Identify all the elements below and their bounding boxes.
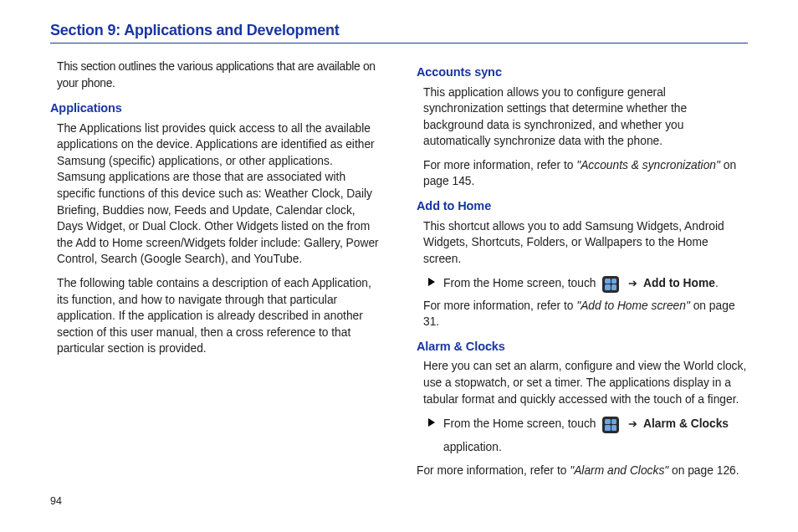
- step-text: From the Home screen, touch ➔ Alarm & Cl…: [443, 415, 748, 456]
- step-line2: application.: [443, 441, 502, 453]
- ref-text: For more information, refer to: [423, 299, 576, 312]
- applications-icon: [602, 276, 619, 293]
- alarm-clocks-reference: For more information, refer to "Alarm an…: [417, 463, 748, 479]
- step-pre: From the Home screen, touch: [443, 417, 599, 430]
- add-to-home-paragraph: This shortcut allows you to add Samsung …: [423, 218, 748, 268]
- two-column-layout: This section outlines the various applic…: [50, 59, 748, 487]
- ref-title: "Add to Home screen": [576, 299, 690, 312]
- heading-add-to-home: Add to Home: [417, 197, 748, 215]
- section-intro: This section outlines the various applic…: [57, 59, 381, 91]
- page-container: Section 9: Applications and Development …: [0, 0, 798, 487]
- left-column: This section outlines the various applic…: [50, 59, 381, 487]
- ref-title: "Alarm and Clocks": [570, 464, 668, 477]
- heading-alarm-clocks: Alarm & Clocks: [417, 338, 748, 356]
- add-to-home-step: From the Home screen, touch ➔ Add to Hom…: [428, 274, 748, 292]
- step-pre: From the Home screen, touch: [443, 277, 599, 289]
- alarm-clocks-step: From the Home screen, touch ➔ Alarm & Cl…: [428, 415, 748, 456]
- applications-paragraph-1: The Applications list provides quick acc…: [57, 120, 381, 268]
- ref-title: "Accounts & syncronization": [576, 159, 720, 171]
- step-text: From the Home screen, touch ➔ Add to Hom…: [443, 274, 748, 292]
- period: .: [715, 277, 719, 289]
- ref-page: on page 126.: [668, 464, 739, 477]
- step-target: Add to Home: [643, 277, 715, 289]
- page-number: 94: [50, 495, 62, 507]
- applications-paragraph-2: The following table contains a descripti…: [57, 275, 381, 357]
- arrow-icon: ➔: [628, 277, 637, 289]
- step-target: Alarm & Clocks: [643, 417, 729, 430]
- triangle-bullet-icon: [428, 418, 435, 427]
- heading-applications: Applications: [50, 100, 381, 117]
- heading-accounts-sync: Accounts sync: [417, 64, 748, 81]
- section-title: Section 9: Applications and Development: [50, 22, 748, 43]
- alarm-clocks-paragraph: Here you can set an alarm, configure and…: [423, 358, 748, 407]
- right-column: Accounts sync This application allows yo…: [417, 59, 748, 487]
- triangle-bullet-icon: [428, 278, 435, 286]
- ref-text: For more information, refer to: [417, 464, 570, 477]
- applications-icon: [602, 417, 619, 433]
- ref-text: For more information, refer to: [423, 159, 576, 171]
- add-to-home-reference: For more information, refer to "Add to H…: [423, 298, 748, 330]
- arrow-icon: ➔: [628, 417, 637, 430]
- accounts-sync-reference: For more information, refer to "Accounts…: [423, 157, 748, 190]
- accounts-sync-paragraph: This application allows you to configure…: [423, 84, 748, 150]
